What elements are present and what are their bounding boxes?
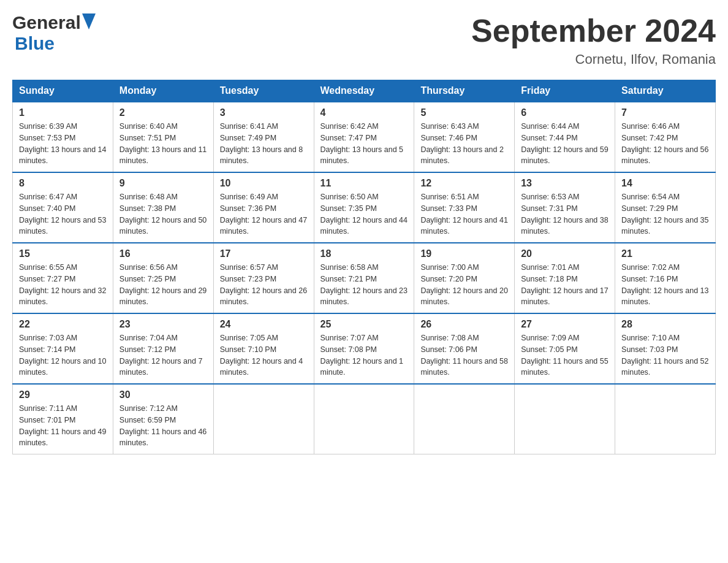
day-number: 24 — [220, 319, 308, 330]
calendar-cell: 30Sunrise: 7:12 AMSunset: 6:59 PMDayligh… — [113, 384, 213, 454]
day-number: 21 — [621, 248, 709, 259]
day-number: 28 — [621, 319, 709, 330]
day-number: 29 — [19, 389, 107, 400]
day-number: 30 — [119, 389, 207, 400]
weekday-header-wednesday: Wednesday — [314, 80, 414, 102]
day-info: Sunrise: 7:02 AMSunset: 7:16 PMDaylight:… — [621, 262, 709, 308]
calendar-cell — [314, 384, 414, 454]
day-info: Sunrise: 7:04 AMSunset: 7:12 PMDaylight:… — [119, 332, 207, 378]
calendar-cell: 1Sunrise: 6:39 AMSunset: 7:53 PMDaylight… — [13, 102, 113, 172]
day-number: 22 — [19, 319, 107, 330]
logo-blue: Blue — [15, 33, 55, 53]
week-row-5: 29Sunrise: 7:11 AMSunset: 7:01 PMDayligh… — [13, 384, 716, 454]
logo-general: General — [12, 12, 81, 33]
calendar-cell: 21Sunrise: 7:02 AMSunset: 7:16 PMDayligh… — [615, 243, 716, 313]
day-number: 3 — [220, 107, 308, 118]
week-row-1: 1Sunrise: 6:39 AMSunset: 7:53 PMDaylight… — [13, 102, 716, 172]
calendar-cell: 25Sunrise: 7:07 AMSunset: 7:08 PMDayligh… — [314, 313, 414, 384]
calendar-cell: 2Sunrise: 6:40 AMSunset: 7:51 PMDaylight… — [113, 102, 213, 172]
day-info: Sunrise: 7:00 AMSunset: 7:20 PMDaylight:… — [420, 262, 508, 308]
calendar-subtitle: Cornetu, Ilfov, Romania — [471, 52, 716, 67]
day-info: Sunrise: 6:50 AMSunset: 7:35 PMDaylight:… — [320, 191, 408, 237]
day-number: 18 — [320, 248, 408, 259]
day-info: Sunrise: 6:54 AMSunset: 7:29 PMDaylight:… — [621, 191, 709, 237]
logo: General Blue — [12, 12, 96, 54]
day-number: 23 — [119, 319, 207, 330]
calendar-cell: 11Sunrise: 6:50 AMSunset: 7:35 PMDayligh… — [314, 172, 414, 243]
day-info: Sunrise: 6:41 AMSunset: 7:49 PMDaylight:… — [220, 121, 308, 167]
weekday-header-monday: Monday — [113, 80, 213, 102]
week-row-3: 15Sunrise: 6:55 AMSunset: 7:27 PMDayligh… — [13, 243, 716, 313]
logo-triangle-icon — [82, 13, 96, 29]
calendar-cell: 5Sunrise: 6:43 AMSunset: 7:46 PMDaylight… — [414, 102, 515, 172]
day-info: Sunrise: 6:47 AMSunset: 7:40 PMDaylight:… — [19, 191, 107, 237]
calendar-cell: 20Sunrise: 7:01 AMSunset: 7:18 PMDayligh… — [515, 243, 615, 313]
day-number: 10 — [220, 178, 308, 189]
weekday-header-friday: Friday — [515, 80, 615, 102]
calendar-cell — [213, 384, 314, 454]
day-info: Sunrise: 7:09 AMSunset: 7:05 PMDaylight:… — [521, 332, 609, 378]
day-number: 13 — [521, 178, 609, 189]
calendar-cell — [615, 384, 716, 454]
calendar-cell: 15Sunrise: 6:55 AMSunset: 7:27 PMDayligh… — [13, 243, 113, 313]
day-info: Sunrise: 6:58 AMSunset: 7:21 PMDaylight:… — [320, 262, 408, 308]
calendar-cell: 9Sunrise: 6:48 AMSunset: 7:38 PMDaylight… — [113, 172, 213, 243]
day-number: 17 — [220, 248, 308, 259]
day-info: Sunrise: 7:11 AMSunset: 7:01 PMDaylight:… — [19, 403, 107, 449]
day-info: Sunrise: 7:08 AMSunset: 7:06 PMDaylight:… — [420, 332, 508, 378]
calendar-cell: 13Sunrise: 6:53 AMSunset: 7:31 PMDayligh… — [515, 172, 615, 243]
day-info: Sunrise: 7:05 AMSunset: 7:10 PMDaylight:… — [220, 332, 308, 378]
day-number: 16 — [119, 248, 207, 259]
day-number: 19 — [420, 248, 508, 259]
calendar-cell: 3Sunrise: 6:41 AMSunset: 7:49 PMDaylight… — [213, 102, 314, 172]
day-info: Sunrise: 6:42 AMSunset: 7:47 PMDaylight:… — [320, 121, 408, 167]
calendar-table: SundayMondayTuesdayWednesdayThursdayFrid… — [12, 80, 716, 454]
day-info: Sunrise: 7:10 AMSunset: 7:03 PMDaylight:… — [621, 332, 709, 378]
calendar-cell: 29Sunrise: 7:11 AMSunset: 7:01 PMDayligh… — [13, 384, 113, 454]
day-number: 12 — [420, 178, 508, 189]
day-number: 1 — [19, 107, 107, 118]
title-area: September 2024 Cornetu, Ilfov, Romania — [471, 12, 716, 67]
day-number: 15 — [19, 248, 107, 259]
day-info: Sunrise: 6:56 AMSunset: 7:25 PMDaylight:… — [119, 262, 207, 308]
day-info: Sunrise: 6:43 AMSunset: 7:46 PMDaylight:… — [420, 121, 508, 167]
day-number: 27 — [521, 319, 609, 330]
day-number: 5 — [420, 107, 508, 118]
day-info: Sunrise: 7:12 AMSunset: 6:59 PMDaylight:… — [119, 403, 207, 449]
calendar-cell: 24Sunrise: 7:05 AMSunset: 7:10 PMDayligh… — [213, 313, 314, 384]
day-number: 8 — [19, 178, 107, 189]
day-number: 7 — [621, 107, 709, 118]
calendar-cell: 6Sunrise: 6:44 AMSunset: 7:44 PMDaylight… — [515, 102, 615, 172]
day-number: 4 — [320, 107, 408, 118]
day-info: Sunrise: 6:53 AMSunset: 7:31 PMDaylight:… — [521, 191, 609, 237]
calendar-cell: 18Sunrise: 6:58 AMSunset: 7:21 PMDayligh… — [314, 243, 414, 313]
calendar-cell: 7Sunrise: 6:46 AMSunset: 7:42 PMDaylight… — [615, 102, 716, 172]
day-info: Sunrise: 7:03 AMSunset: 7:14 PMDaylight:… — [19, 332, 107, 378]
day-info: Sunrise: 6:57 AMSunset: 7:23 PMDaylight:… — [220, 262, 308, 308]
calendar-cell: 12Sunrise: 6:51 AMSunset: 7:33 PMDayligh… — [414, 172, 515, 243]
day-info: Sunrise: 6:48 AMSunset: 7:38 PMDaylight:… — [119, 191, 207, 237]
calendar-title: September 2024 — [471, 12, 716, 49]
weekday-header-sunday: Sunday — [13, 80, 113, 102]
weekday-header-thursday: Thursday — [414, 80, 515, 102]
calendar-cell: 4Sunrise: 6:42 AMSunset: 7:47 PMDaylight… — [314, 102, 414, 172]
day-info: Sunrise: 6:40 AMSunset: 7:51 PMDaylight:… — [119, 121, 207, 167]
day-number: 2 — [119, 107, 207, 118]
calendar-cell: 17Sunrise: 6:57 AMSunset: 7:23 PMDayligh… — [213, 243, 314, 313]
day-number: 20 — [521, 248, 609, 259]
weekday-header-saturday: Saturday — [615, 80, 716, 102]
day-info: Sunrise: 6:39 AMSunset: 7:53 PMDaylight:… — [19, 121, 107, 167]
calendar-cell: 28Sunrise: 7:10 AMSunset: 7:03 PMDayligh… — [615, 313, 716, 384]
calendar-cell: 19Sunrise: 7:00 AMSunset: 7:20 PMDayligh… — [414, 243, 515, 313]
day-info: Sunrise: 6:49 AMSunset: 7:36 PMDaylight:… — [220, 191, 308, 237]
day-info: Sunrise: 6:55 AMSunset: 7:27 PMDaylight:… — [19, 262, 107, 308]
page-header: General Blue September 2024 Cornetu, Ilf… — [12, 12, 716, 67]
day-number: 9 — [119, 178, 207, 189]
day-info: Sunrise: 6:51 AMSunset: 7:33 PMDaylight:… — [420, 191, 508, 237]
calendar-cell: 8Sunrise: 6:47 AMSunset: 7:40 PMDaylight… — [13, 172, 113, 243]
calendar-cell: 10Sunrise: 6:49 AMSunset: 7:36 PMDayligh… — [213, 172, 314, 243]
calendar-cell: 26Sunrise: 7:08 AMSunset: 7:06 PMDayligh… — [414, 313, 515, 384]
calendar-cell: 14Sunrise: 6:54 AMSunset: 7:29 PMDayligh… — [615, 172, 716, 243]
day-number: 6 — [521, 107, 609, 118]
weekday-header-row: SundayMondayTuesdayWednesdayThursdayFrid… — [13, 80, 716, 102]
